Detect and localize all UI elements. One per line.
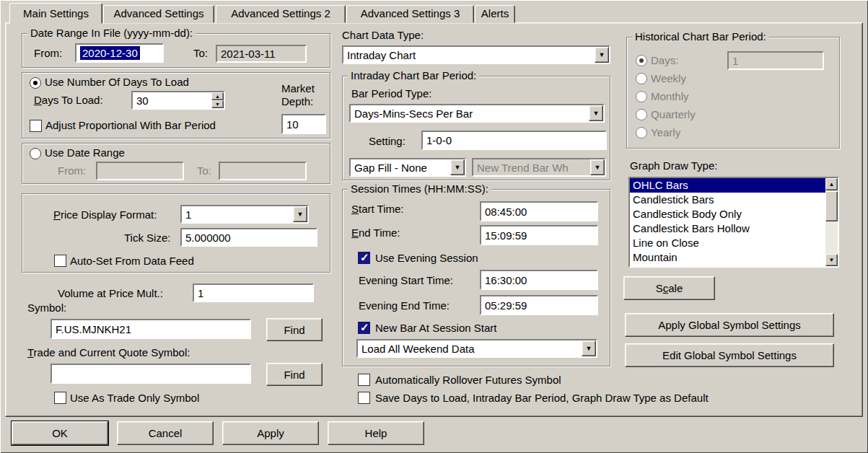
setting-label: Setting: [369,135,405,148]
trade-symbol-find-button[interactable]: Find [266,363,323,386]
list-item[interactable]: Candlestick Body Only [630,207,825,221]
new-bar-at-session-start-label: New Bar At Session Start [375,322,496,335]
gap-fill-value: Gap Fill - None [354,159,449,175]
chevron-down-icon[interactable] [450,159,465,175]
start-time-input[interactable]: 08:45:00 [480,201,598,221]
gap-fill-select[interactable]: Gap Fill - None [349,158,466,177]
historical-weekly-label: Weekly [651,72,686,85]
historical-days-value: 1 [732,55,738,67]
list-item[interactable]: Candlestick Bars Hollow [630,221,825,236]
list-item[interactable]: Candlestick Bars [630,193,825,207]
help-button[interactable]: Help [328,421,424,445]
scale-button[interactable]: Scale [623,276,715,300]
evening-start-time-value: 16:30:00 [485,274,527,286]
date-to-value: 2021-03-11 [221,48,276,60]
list-item[interactable]: Mountain [630,250,825,265]
price-display-format-select[interactable]: 1 [180,205,309,224]
tab-advanced-settings[interactable]: Advanced Settings [103,5,214,23]
trade-quote-symbol-label-rest: rade and Current Quote Symbol: [34,346,190,359]
range-from-input[interactable] [96,162,184,180]
historical-days-input[interactable]: 1 [727,51,824,70]
chevron-down-icon[interactable] [589,105,603,121]
days-to-load-input[interactable]: 30 [131,91,225,110]
tick-size-label: Tick Size: [124,232,170,245]
use-date-range-label: Use Date Range [45,146,125,159]
graph-draw-type-label: Graph Draw Type: [630,159,717,172]
historical-bar-period-legend: Historical Chart Bar Period: [632,30,769,43]
apply-button[interactable]: Apply [222,421,319,445]
symbol-find-button[interactable]: Find [266,318,323,341]
historical-days-label: Days: [651,54,678,67]
market-depth-input[interactable]: 10 [281,114,326,134]
autoset-data-feed-checkbox[interactable] [54,255,66,267]
use-as-trade-only-label: Use As Trade Only Symbol [70,392,199,405]
save-defaults-checkbox[interactable] [358,392,370,404]
weekend-data-select[interactable]: Load All Weekend Data [356,339,597,358]
rollover-futures-checkbox[interactable] [358,374,370,386]
trade-quote-symbol-label: Trade and Current Quote Symbol: [27,346,190,359]
volume-at-price-mult-input[interactable]: 1 [193,283,314,302]
trade-quote-symbol-input[interactable] [51,364,251,384]
new-trend-bar-select[interactable]: New Trend Bar Wh [472,158,606,177]
symbol-label: Symbol: [27,302,66,315]
chevron-down-icon[interactable] [590,159,605,175]
intraday-bar-period-legend: Intraday Chart Bar Period: [348,69,479,82]
date-from-selected-text: 2020-12-30 [80,46,140,60]
ok-button[interactable]: OK [12,421,108,445]
graph-draw-type-listbox: OHLC Bars Candlestick Bars Candlestick B… [628,177,839,268]
evening-start-time-input[interactable]: 16:30:00 [480,270,598,290]
date-to-input[interactable]: 2021-03-11 [216,45,307,63]
list-item[interactable]: Line on Close [630,236,825,250]
price-display-format-mnemonic: P [53,208,61,221]
historical-monthly-label: Monthly [651,90,689,103]
cancel-button[interactable]: Cancel [117,421,214,445]
symbol-input[interactable]: F.US.MJNKH21 [51,319,251,339]
price-display-format-value: 1 [185,206,291,222]
chevron-down-icon[interactable] [582,340,596,356]
chevron-down-icon[interactable] [595,47,609,63]
use-as-trade-only-checkbox[interactable] [54,392,66,404]
new-bar-at-session-start-checkbox[interactable] [358,322,370,334]
historical-quarterly-radio[interactable] [636,109,647,120]
scrollbar[interactable] [825,178,838,266]
from-label: From: [34,47,62,60]
volume-at-price-mult-label: Volume at Price Mult.: [58,287,163,300]
historical-yearly-radio[interactable] [636,127,647,138]
spin-down-icon[interactable] [211,100,224,108]
adjust-proportional-checkbox[interactable] [30,120,42,132]
chevron-down-icon[interactable] [293,206,307,222]
tab-advanced-settings-3[interactable]: Advanced Settings 3 [346,5,474,23]
evening-end-time-input[interactable]: 05:29:59 [480,295,598,315]
date-from-input[interactable]: 2020-12-30 [75,43,164,63]
tab-advanced-settings-2[interactable]: Advanced Settings 2 [216,5,346,23]
tab-main-settings[interactable]: Main Settings [9,3,102,24]
save-defaults-label: Save Days to Load, Intraday Bar Period, … [375,392,709,405]
use-number-of-days-radio[interactable] [30,77,41,89]
chart-data-type-select[interactable]: Intraday Chart [342,45,610,64]
spin-up-icon[interactable] [211,92,224,100]
list-item[interactable]: OHLC Bars [630,178,825,193]
tab-alerts[interactable]: Alerts [475,5,515,23]
scroll-down-icon[interactable] [825,254,838,266]
edit-global-symbol-settings-button[interactable]: Edit Global Symbol Settings [625,343,834,367]
new-trend-bar-value: New Trend Bar Wh [477,159,589,175]
historical-days-radio[interactable] [636,55,647,66]
end-time-input[interactable]: 15:09:59 [480,225,598,245]
tick-size-input[interactable]: 5.000000 [180,228,317,247]
scale-mnemonic: c [663,282,669,294]
setting-input[interactable]: 1-0-0 [421,131,607,150]
historical-yearly-label: Yearly [651,126,680,139]
bar-period-type-select[interactable]: Days-Mins-Secs Per Bar [349,104,605,123]
historical-monthly-radio[interactable] [636,91,647,102]
use-date-range-radio[interactable] [30,148,41,159]
apply-global-symbol-settings-button[interactable]: Apply Global Symbol Settings [625,313,834,337]
price-display-format-label: Price Display Format: [53,208,157,221]
scale-label-pre: S [656,282,663,294]
range-to-input[interactable] [219,162,307,180]
market-depth-label-line1: Market [281,82,315,95]
scrollbar-thumb[interactable] [825,191,838,221]
historical-weekly-radio[interactable] [636,73,647,84]
market-depth-label-line2: Depth: [281,95,313,108]
use-evening-session-checkbox[interactable] [358,252,370,264]
scroll-up-icon[interactable] [825,178,838,190]
